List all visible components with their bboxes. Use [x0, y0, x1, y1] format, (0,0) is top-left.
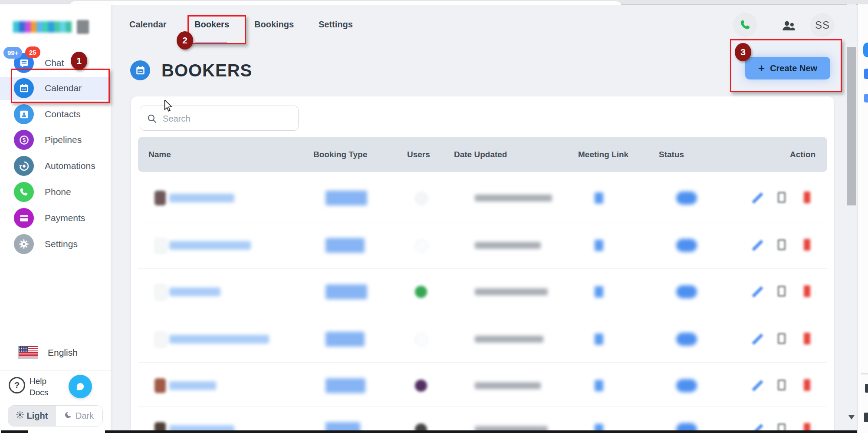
bookers-card: NameBooking TypeUsersDate UpdatedMeeting…: [131, 96, 834, 433]
logo-mark-blurred: [77, 20, 89, 34]
notification-badge: 25: [25, 46, 40, 58]
scrollbar-thumb[interactable]: [847, 47, 856, 205]
bookers-page-icon: [130, 60, 150, 80]
duplicate-icon[interactable]: [778, 333, 786, 344]
sidebar-item-payments[interactable]: Payments: [0, 207, 111, 229]
notification-badge: 99+: [3, 47, 22, 59]
help-docs-link[interactable]: Help Docs: [30, 376, 48, 398]
language-selector[interactable]: English: [48, 346, 78, 359]
dialer-button[interactable]: [733, 13, 757, 37]
annotation-box-calendar: [11, 69, 110, 103]
sidebar-item-label: Contacts: [45, 103, 81, 125]
annotation-box-bookers: [187, 15, 246, 44]
team-button[interactable]: [776, 13, 801, 38]
column-header-status: Status: [659, 137, 684, 172]
status-toggle[interactable]: [676, 379, 697, 392]
annotation-step-2: 2: [177, 31, 193, 50]
edit-pencil-shape: [752, 240, 763, 251]
sidebar-item-label: Phone: [45, 181, 71, 203]
tab-settings[interactable]: Settings: [319, 18, 353, 30]
redacted-name-link[interactable]: [169, 381, 216, 390]
annotation-step-3: 3: [735, 43, 751, 61]
table-row: [138, 406, 827, 433]
user-avatar: [415, 239, 428, 252]
delete-icon[interactable]: [804, 239, 810, 251]
sidebar-item-label: Automations: [45, 155, 95, 177]
meeting-link-icon[interactable]: [595, 380, 603, 391]
table-row: [138, 268, 827, 315]
redacted-booking-type: [326, 284, 367, 299]
delete-icon[interactable]: [804, 285, 810, 297]
duplicate-icon[interactable]: [778, 192, 786, 203]
redacted-date-updated: [475, 195, 552, 202]
sidebar-item-settings[interactable]: Settings: [0, 233, 111, 255]
edit-icon[interactable]: [751, 333, 764, 346]
duplicate-icon[interactable]: [778, 286, 786, 297]
column-header-meeting-link: Meeting Link: [578, 137, 628, 172]
redacted-name-link[interactable]: [169, 288, 220, 296]
edit-icon[interactable]: [751, 285, 764, 298]
card-icon: [14, 208, 34, 228]
column-header-users: Users: [407, 137, 430, 172]
meeting-link-icon[interactable]: [595, 286, 603, 297]
redacted-name-link[interactable]: [169, 241, 251, 250]
search-input[interactable]: [162, 106, 294, 131]
status-toggle[interactable]: [676, 192, 697, 205]
tab-bookings[interactable]: Bookings: [254, 18, 294, 30]
tab-calendar[interactable]: Calendar: [129, 18, 167, 30]
status-toggle[interactable]: [676, 333, 697, 346]
meeting-link-icon[interactable]: [595, 334, 603, 345]
edit-icon[interactable]: [751, 239, 764, 252]
redacted-date-updated: [475, 382, 541, 389]
row-avatar: [155, 378, 166, 393]
search-icon: [147, 113, 157, 124]
redacted-name-link[interactable]: [169, 194, 234, 202]
delete-icon[interactable]: [804, 379, 810, 391]
redacted-name-link[interactable]: [169, 335, 269, 344]
sidebar-item-label: Payments: [45, 207, 85, 229]
mouse-cursor: [163, 100, 173, 113]
plus-icon: +: [758, 63, 765, 74]
row-avatar: [155, 191, 166, 205]
sun-icon: [16, 410, 24, 421]
duplicate-icon[interactable]: [778, 239, 786, 250]
phone-icon: [738, 18, 752, 32]
user-avatar: [415, 333, 428, 346]
edit-icon[interactable]: [751, 379, 764, 392]
delete-icon[interactable]: [804, 192, 810, 203]
edit-pencil-shape: [752, 380, 763, 391]
sidebar-item-contacts[interactable]: Contacts: [0, 103, 111, 125]
status-toggle[interactable]: [676, 239, 697, 252]
moon-icon: [64, 410, 73, 421]
dark-label: Dark: [76, 411, 94, 421]
meeting-link-icon[interactable]: [595, 240, 603, 251]
table-row: [138, 175, 827, 221]
help-line1: Help: [30, 376, 48, 387]
sidebar-item-automations[interactable]: Automations: [0, 155, 111, 177]
help-question-icon[interactable]: ?: [9, 377, 25, 393]
create-new-button[interactable]: + Create New: [745, 57, 830, 79]
light-label: Light: [27, 411, 48, 421]
chat-widget-bubble[interactable]: [69, 375, 92, 398]
question-glyph: ?: [14, 380, 20, 390]
calendar-icon: [135, 65, 146, 76]
edit-icon[interactable]: [751, 192, 764, 205]
meeting-link-icon[interactable]: [595, 192, 603, 204]
edit-pencil-shape: [752, 334, 763, 345]
status-toggle[interactable]: [676, 285, 697, 298]
profile-avatar[interactable]: SS: [810, 13, 835, 37]
edit-pencil-shape: [752, 286, 763, 297]
sidebar-item-pipelines[interactable]: $Pipelines: [0, 129, 111, 151]
dark-mode-button[interactable]: Dark: [56, 406, 102, 426]
adjacent-window-edge: [858, 4, 868, 433]
window-edge-fragment: [864, 69, 868, 79]
scroll-down-arrow[interactable]: [848, 415, 855, 420]
delete-icon[interactable]: [804, 333, 810, 344]
theme-toggle: Light Dark: [8, 405, 103, 426]
sidebar-item-phone[interactable]: Phone: [0, 181, 111, 203]
row-avatar: [155, 284, 167, 300]
duplicate-icon[interactable]: [778, 380, 786, 390]
gear-icon: [14, 234, 34, 254]
light-mode-button[interactable]: Light: [8, 406, 56, 426]
window-edge-fragment: [863, 43, 868, 57]
